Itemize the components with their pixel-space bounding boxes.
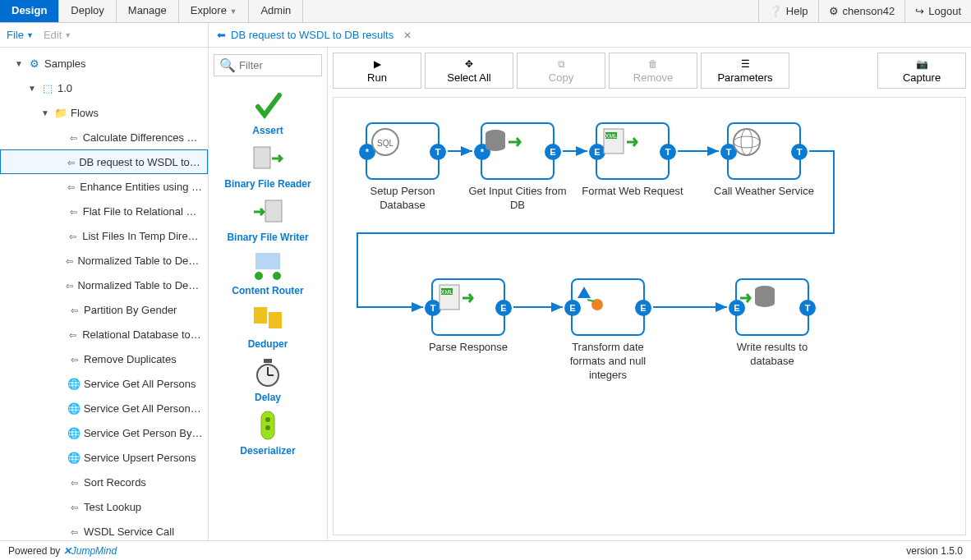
flow-node[interactable]: T XML E Parse Response bbox=[416, 278, 521, 355]
close-tab-button[interactable]: ✕ bbox=[403, 30, 412, 41]
tree-item[interactable]: ⇦Partition By Gender bbox=[0, 297, 208, 322]
output-port[interactable]: T bbox=[430, 144, 446, 160]
svg-point-24 bbox=[741, 129, 752, 155]
flow-node[interactable]: E XML T Format Web Request bbox=[580, 122, 685, 199]
tree-item[interactable]: ⇦Remove Duplicates bbox=[0, 347, 208, 371]
tree-item[interactable]: ⇦Flat File to Relational Data bbox=[0, 199, 208, 223]
component-label: Binary File Writer bbox=[227, 232, 308, 243]
tree-item[interactable]: ⇦Normalized Table to Denormalized 2 bbox=[0, 273, 208, 297]
tree-item[interactable]: 🌐Service Get Person By Id bbox=[0, 420, 208, 445]
tree-item[interactable]: ⇦Relational Database to Flat bbox=[0, 322, 208, 347]
tree-item[interactable]: ⇦Sort Records bbox=[0, 470, 208, 494]
component-icon bbox=[251, 248, 285, 282]
tab-manage[interactable]: Manage bbox=[117, 0, 179, 22]
brand-name: JumpMind bbox=[71, 545, 117, 557]
component-icon bbox=[251, 141, 285, 176]
help-button[interactable]: ❔Help bbox=[758, 0, 818, 22]
tab-admin[interactable]: Admin bbox=[249, 0, 303, 22]
tree-version[interactable]: ▼⬚1.0 bbox=[0, 76, 208, 100]
svg-text:XML: XML bbox=[605, 133, 618, 139]
tab-deploy[interactable]: Deploy bbox=[59, 0, 116, 22]
output-port[interactable]: E bbox=[635, 300, 651, 316]
output-port[interactable]: E bbox=[495, 300, 512, 316]
select-icon: ✥ bbox=[465, 58, 473, 70]
search-icon: 🔍 bbox=[219, 57, 236, 73]
editor-tab[interactable]: ⬅ DB request to WSDL to DB results ✕ bbox=[217, 29, 412, 41]
node-label: Call Weather Service bbox=[714, 185, 814, 199]
tree-label: Partition By Gender bbox=[84, 304, 177, 316]
user-button[interactable]: ⚙chenson42 bbox=[818, 0, 905, 22]
tree-label: Remove Duplicates bbox=[84, 353, 177, 365]
output-port[interactable]: T bbox=[660, 144, 676, 160]
flow-node[interactable]: E T Write results to database bbox=[720, 278, 825, 369]
tree-folder-flows[interactable]: ▼📁Flows bbox=[0, 100, 208, 125]
palette-item[interactable]: Binary File Reader bbox=[214, 141, 322, 190]
parameters-button[interactable]: ☰Parameters bbox=[701, 53, 789, 89]
node-box[interactable]: T XML E bbox=[431, 278, 505, 336]
tree-item[interactable]: 🌐Service Upsert Persons bbox=[0, 445, 208, 470]
tree-label: DB request to WSDL to DB results bbox=[79, 156, 202, 168]
node-box[interactable]: * SQL T bbox=[366, 122, 439, 180]
component-icon bbox=[251, 88, 285, 122]
flow-node[interactable]: * SQL T Setup Person Database bbox=[350, 122, 455, 213]
node-box[interactable]: E T bbox=[735, 278, 809, 336]
remove-button[interactable]: 🗑Remove bbox=[609, 53, 697, 89]
tree-node-icon: 🌐 bbox=[67, 452, 81, 464]
component-label: Deduper bbox=[248, 338, 288, 350]
palette-item[interactable]: Deduper bbox=[214, 301, 322, 350]
capture-button[interactable]: 📷Capture bbox=[877, 53, 966, 89]
tree-project[interactable]: ▼⚙Samples bbox=[0, 51, 208, 76]
filter-input[interactable] bbox=[239, 59, 316, 71]
tree-item[interactable]: ⇦List Files In Temp Directory bbox=[0, 223, 208, 248]
flow-node[interactable]: T T Call Weather Service bbox=[711, 122, 817, 199]
output-port[interactable]: T bbox=[791, 144, 808, 160]
palette-item[interactable]: Binary File Writer bbox=[214, 195, 322, 243]
component-palette[interactable]: 🔍 AssertBinary File ReaderBinary File Wr… bbox=[209, 48, 328, 540]
palette-item[interactable]: Deserializer bbox=[214, 408, 322, 457]
svg-text:XML: XML bbox=[441, 289, 453, 295]
logout-button[interactable]: ↪Logout bbox=[904, 0, 971, 22]
tree-item[interactable]: ⇦Calculate Differences Only bbox=[0, 125, 208, 149]
tab-explore[interactable]: Explore ▼ bbox=[179, 0, 250, 22]
tab-design[interactable]: Design bbox=[0, 0, 59, 22]
tree-node-icon: ⇦ bbox=[67, 476, 81, 489]
palette-item[interactable]: Content Router bbox=[214, 248, 322, 296]
tree-node-icon: 🌐 bbox=[67, 427, 81, 439]
tree-item[interactable]: ⇦DB request to WSDL to DB results bbox=[0, 149, 208, 174]
component-icon bbox=[251, 355, 285, 389]
node-box[interactable]: * E bbox=[481, 122, 555, 180]
palette-item[interactable]: Assert bbox=[214, 88, 322, 136]
flow-canvas[interactable]: * SQL T Setup Person Database * E Get In… bbox=[333, 97, 966, 535]
tree-label: Samples bbox=[44, 57, 86, 70]
tree-node-icon: ⇦ bbox=[67, 205, 79, 218]
node-box[interactable]: T T bbox=[727, 122, 801, 180]
copy-button[interactable]: ⧉Copy bbox=[517, 53, 605, 89]
tree-item[interactable]: ⇦Enhance Entities using Routing bbox=[0, 174, 208, 199]
tree-item[interactable]: ⇦Normalized Table to Denormalized 1 bbox=[0, 248, 208, 273]
node-label: Setup Person Database bbox=[350, 185, 455, 213]
output-port[interactable]: T bbox=[799, 300, 816, 316]
edit-menu[interactable]: Edit ▼ bbox=[44, 26, 71, 44]
help-icon: ❔ bbox=[769, 5, 782, 17]
tree-item[interactable]: ⇦Test Lookup bbox=[0, 494, 208, 519]
tree-item[interactable]: 🌐Service Get All Persons C bbox=[0, 396, 208, 420]
version-label: version 1.5.0 bbox=[906, 545, 963, 557]
run-button[interactable]: ▶Run bbox=[333, 53, 421, 89]
select-all-button[interactable]: ✥Select All bbox=[425, 53, 513, 89]
tree-item[interactable]: ⇦WSDL Service Call bbox=[0, 519, 208, 540]
flow-node[interactable]: * E Get Input Cities from DB bbox=[465, 122, 570, 213]
file-menu[interactable]: File ▼ bbox=[7, 26, 34, 44]
tree-label: Service Get All Persons bbox=[84, 378, 196, 390]
node-box[interactable]: E XML T bbox=[596, 122, 670, 180]
brand-logo: ✕ bbox=[63, 545, 71, 557]
palette-item[interactable]: Delay bbox=[214, 355, 322, 403]
node-box[interactable]: E E bbox=[571, 278, 645, 336]
output-port[interactable]: E bbox=[545, 144, 561, 160]
tree-label: Sort Records bbox=[84, 476, 146, 489]
svg-point-4 bbox=[273, 272, 281, 280]
flow-node[interactable]: E E Transform date formats and null inte… bbox=[555, 278, 660, 383]
tree-item[interactable]: 🌐Service Get All Persons bbox=[0, 371, 208, 396]
tree-node-icon: ⇦ bbox=[67, 501, 81, 513]
tree-node-icon: ⇦ bbox=[67, 353, 81, 365]
project-tree[interactable]: ▼⚙Samples▼⬚1.0▼📁Flows⇦Calculate Differen… bbox=[0, 48, 209, 540]
